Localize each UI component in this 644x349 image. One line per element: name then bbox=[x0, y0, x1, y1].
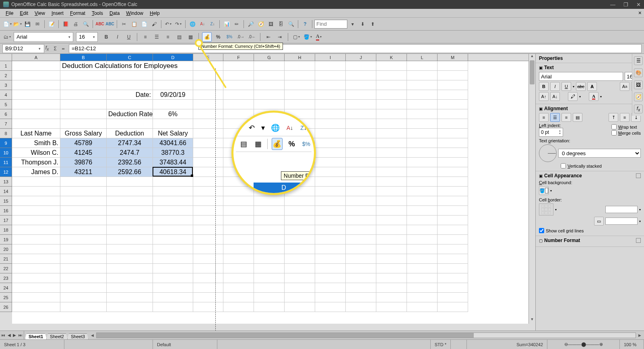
cell-B7[interactable] bbox=[60, 119, 107, 129]
cell-H16[interactable] bbox=[285, 206, 315, 216]
cell-M10[interactable] bbox=[438, 148, 468, 158]
new-button[interactable]: 📄 bbox=[2, 19, 12, 29]
export-pdf-button[interactable]: 📕 bbox=[61, 19, 70, 29]
menu-tools[interactable]: Tools bbox=[89, 10, 106, 17]
fontcolor-button[interactable]: A bbox=[314, 32, 324, 42]
cell-E3[interactable] bbox=[193, 80, 223, 90]
cell-F3[interactable] bbox=[223, 80, 254, 90]
cell-J6[interactable] bbox=[346, 109, 376, 119]
decrease-indent-button[interactable]: ⇤ bbox=[264, 32, 273, 42]
sidebar-shadow-button[interactable]: A bbox=[587, 82, 597, 91]
bold-button[interactable]: B bbox=[101, 32, 111, 42]
orientation-select[interactable]: 0 degrees bbox=[558, 149, 641, 158]
cell-M6[interactable] bbox=[438, 109, 468, 119]
cell-L25[interactable] bbox=[407, 293, 438, 302]
cell-L7[interactable] bbox=[407, 119, 438, 129]
cell-A10[interactable]: Wilson C. bbox=[12, 148, 60, 158]
cell-C6[interactable]: Deduction Rate: bbox=[107, 109, 153, 119]
cell-E21[interactable] bbox=[193, 254, 223, 264]
datasources-button[interactable]: 🗄 bbox=[276, 19, 286, 29]
cell-H25[interactable] bbox=[285, 293, 315, 302]
percent-format-button[interactable]: % bbox=[213, 32, 223, 42]
merge-cells-checkbox[interactable]: Merge cells bbox=[611, 130, 641, 135]
cell-C19[interactable] bbox=[107, 235, 153, 244]
cell-K19[interactable] bbox=[376, 235, 407, 244]
cell-J15[interactable] bbox=[346, 196, 376, 206]
cell-K11[interactable] bbox=[376, 158, 407, 167]
align-justify-button[interactable]: ▤ bbox=[174, 32, 184, 42]
function-wizard-button[interactable]: fx bbox=[43, 45, 51, 53]
row-header-1[interactable]: 1 bbox=[0, 61, 12, 71]
cell-L10[interactable] bbox=[407, 148, 438, 158]
row-header-22[interactable]: 22 bbox=[0, 264, 12, 273]
gallery-button[interactable]: 🖼 bbox=[266, 19, 276, 29]
cell-B23[interactable] bbox=[60, 273, 107, 283]
cell-A22[interactable] bbox=[12, 264, 60, 273]
cell-L6[interactable] bbox=[407, 109, 438, 119]
column-header-L[interactable]: L bbox=[407, 54, 438, 61]
cell-M15[interactable] bbox=[438, 196, 468, 206]
cell-C22[interactable] bbox=[107, 264, 153, 273]
cell-D26[interactable] bbox=[153, 302, 193, 312]
italic-button[interactable]: I bbox=[113, 32, 122, 42]
cell-M8[interactable] bbox=[438, 129, 468, 138]
cell-A25[interactable] bbox=[12, 293, 60, 302]
cell-M5[interactable] bbox=[438, 100, 468, 109]
cell-F15[interactable] bbox=[223, 196, 254, 206]
cell-B24[interactable] bbox=[60, 283, 107, 293]
cell-K13[interactable] bbox=[376, 177, 407, 187]
sidebar-font-name[interactable] bbox=[539, 72, 623, 81]
cell-B19[interactable] bbox=[60, 235, 107, 244]
column-header-B[interactable]: B bbox=[60, 54, 107, 61]
menu-edit[interactable]: Edit bbox=[17, 10, 31, 17]
cell-A6[interactable] bbox=[12, 109, 60, 119]
column-header-F[interactable]: F bbox=[223, 54, 254, 61]
row-header-24[interactable]: 24 bbox=[0, 283, 12, 293]
menu-help[interactable]: Help bbox=[147, 10, 163, 17]
cell-L17[interactable] bbox=[407, 216, 438, 225]
cell-K12[interactable] bbox=[376, 167, 407, 177]
cell-A3[interactable] bbox=[12, 80, 60, 90]
cell-B6[interactable] bbox=[60, 109, 107, 119]
cell-I1[interactable] bbox=[315, 61, 346, 71]
menu-data[interactable]: Data bbox=[106, 10, 123, 17]
cell-L12[interactable] bbox=[407, 167, 438, 177]
cell-E17[interactable] bbox=[193, 216, 223, 225]
cell-K26[interactable] bbox=[376, 302, 407, 312]
cell-D23[interactable] bbox=[153, 273, 193, 283]
cell-A19[interactable] bbox=[12, 235, 60, 244]
align-right-button[interactable]: ≡ bbox=[163, 32, 173, 42]
cell-F18[interactable] bbox=[223, 225, 254, 235]
cell-I3[interactable] bbox=[315, 80, 346, 90]
cell-L26[interactable] bbox=[407, 302, 438, 312]
cell-L16[interactable] bbox=[407, 206, 438, 216]
find-replace-button[interactable]: 🔎 bbox=[246, 19, 256, 29]
cell-I7[interactable] bbox=[315, 119, 346, 129]
column-header-A[interactable]: A bbox=[12, 54, 60, 61]
row-header-16[interactable]: 16 bbox=[0, 206, 12, 216]
cell-I14[interactable] bbox=[315, 187, 346, 196]
cell-J5[interactable] bbox=[346, 100, 376, 109]
cell-C18[interactable] bbox=[107, 225, 153, 235]
border-width-select[interactable] bbox=[605, 218, 638, 225]
cell-I22[interactable] bbox=[315, 264, 346, 273]
cell-C12[interactable]: 2592.66 bbox=[107, 167, 153, 177]
row-header-20[interactable]: 20 bbox=[0, 244, 12, 254]
sidebar-align-center[interactable]: ☰ bbox=[550, 113, 560, 122]
cell-K3[interactable] bbox=[376, 80, 407, 90]
cell-C2[interactable] bbox=[107, 71, 153, 80]
cell-K24[interactable] bbox=[376, 283, 407, 293]
cell-F14[interactable] bbox=[223, 187, 254, 196]
cell-G2[interactable] bbox=[254, 71, 285, 80]
cell-H26[interactable] bbox=[285, 302, 315, 312]
cell-M25[interactable] bbox=[438, 293, 468, 302]
cell-B5[interactable] bbox=[60, 100, 107, 109]
cell-K25[interactable] bbox=[376, 293, 407, 302]
deck-styles-icon[interactable]: 🎨 bbox=[634, 68, 643, 77]
row-header-11[interactable]: 11 bbox=[0, 158, 12, 167]
cell-B26[interactable] bbox=[60, 302, 107, 312]
cell-B16[interactable] bbox=[60, 206, 107, 216]
row-header-17[interactable]: 17 bbox=[0, 216, 12, 225]
row-header-13[interactable]: 13 bbox=[0, 177, 12, 187]
increase-indent-button[interactable]: ⇥ bbox=[275, 32, 285, 42]
